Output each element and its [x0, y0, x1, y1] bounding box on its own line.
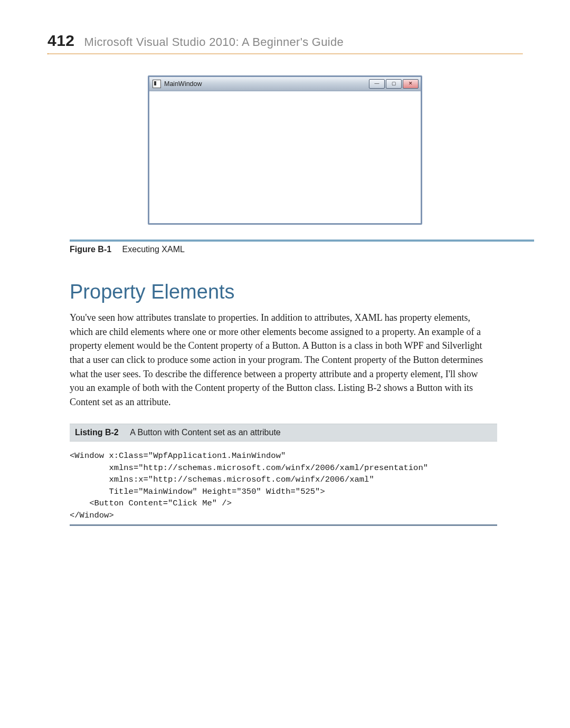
window-title: MainWindow — [164, 80, 369, 88]
figure-caption: Figure B-1 Executing XAML — [70, 240, 534, 254]
maximize-button[interactable]: ▢ — [386, 79, 402, 89]
listing-label: Listing B-2 — [75, 428, 119, 437]
code-bottom-rule — [70, 524, 497, 526]
window-client-area — [149, 91, 421, 223]
window-control-buttons: — ▢ ✕ — [369, 79, 419, 89]
section-heading: Property Elements — [70, 281, 522, 303]
running-head: 412 Microsoft Visual Studio 2010: A Begi… — [48, 32, 522, 50]
minimize-button[interactable]: — — [369, 79, 385, 89]
header-rule — [48, 54, 522, 54]
code-listing: <Window x:Class="WpfApplication1.MainWin… — [70, 450, 502, 521]
book-title: Microsoft Visual Studio 2010: A Beginner… — [84, 35, 344, 49]
page-number: 412 — [48, 32, 75, 50]
listing-caption-text: A Button with Content set as an attribut… — [130, 428, 281, 437]
figure-caption-text: Executing XAML — [122, 245, 185, 254]
section-body: You've seen how attributes translate to … — [70, 311, 492, 409]
app-icon — [153, 80, 161, 88]
figure-label: Figure B-1 — [70, 245, 111, 254]
figure-window-screenshot: MainWindow — ▢ ✕ — [148, 75, 422, 225]
listing-caption-bar: Listing B-2 A Button with Content set as… — [70, 424, 497, 442]
page: 412 Microsoft Visual Studio 2010: A Begi… — [0, 0, 570, 728]
window-titlebar: MainWindow — ▢ ✕ — [149, 77, 421, 91]
window-frame: MainWindow — ▢ ✕ — [148, 75, 422, 225]
close-button[interactable]: ✕ — [403, 79, 419, 89]
